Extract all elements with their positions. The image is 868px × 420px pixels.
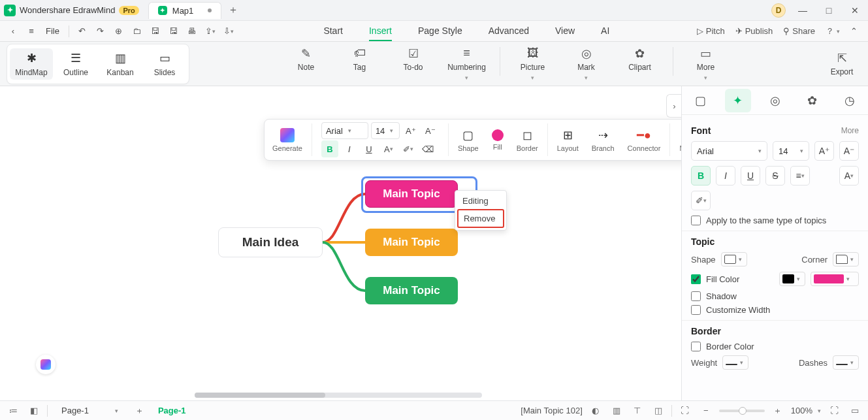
panel-strike[interactable]: S bbox=[765, 166, 785, 186]
fill-mode-select[interactable]: ▾ bbox=[779, 272, 805, 286]
layout-button[interactable]: ⊞Layout bbox=[552, 122, 584, 157]
insert-tag[interactable]: 🏷Tag bbox=[339, 47, 381, 72]
redo-button[interactable]: ↷ bbox=[93, 24, 108, 39]
tab-advanced[interactable]: Advanced bbox=[489, 22, 529, 41]
view-slides[interactable]: ▭Slides bbox=[143, 48, 186, 80]
open-file-button[interactable]: 🗀 bbox=[129, 24, 145, 39]
tab-page-style[interactable]: Page Style bbox=[418, 22, 462, 41]
border-button[interactable]: ◻Border bbox=[511, 122, 543, 157]
print-button[interactable]: 🖶 bbox=[184, 24, 200, 39]
font-size-select[interactable]: 14▾ bbox=[371, 122, 400, 139]
zoom-slider-thumb[interactable] bbox=[739, 407, 747, 415]
window-minimize-button[interactable]: — bbox=[790, 0, 816, 21]
fill-color-check[interactable]: Fill Color bbox=[691, 274, 739, 284]
window-maximize-button[interactable]: □ bbox=[816, 0, 842, 21]
apply-same-type-check[interactable]: Apply to the same type of topics bbox=[691, 216, 859, 225]
insert-picture[interactable]: 🖼Picture▾ bbox=[512, 47, 554, 81]
panel-bold[interactable]: B bbox=[691, 166, 711, 186]
new-tab-button[interactable]: ＋ bbox=[228, 3, 238, 17]
custom-width-check[interactable]: Customize Width bbox=[691, 305, 859, 315]
add-page-button[interactable]: ＋ bbox=[132, 403, 148, 419]
layout-3-icon[interactable]: ◫ bbox=[651, 403, 666, 419]
fill-button[interactable]: Fill bbox=[487, 122, 509, 157]
font-shrink-button[interactable]: A⁻ bbox=[422, 122, 439, 139]
font-color-button[interactable]: A▾ bbox=[380, 140, 397, 157]
pitch-button[interactable]: ▷ Pitch bbox=[697, 26, 725, 36]
document-tab[interactable]: ✦ Map1 bbox=[148, 2, 222, 19]
export-quick-button[interactable]: ⇪▾ bbox=[202, 24, 218, 39]
layout-1-icon[interactable]: ▥ bbox=[609, 403, 624, 419]
import-quick-button[interactable]: ⇩▾ bbox=[221, 24, 236, 39]
fit-view-icon[interactable]: ⛶ bbox=[677, 403, 693, 419]
back-button[interactable]: ‹ bbox=[5, 24, 21, 39]
insert-clipart[interactable]: ✿Clipart bbox=[619, 47, 661, 72]
underline-button[interactable]: U bbox=[361, 140, 378, 157]
shadow-check[interactable]: Shadow bbox=[691, 291, 859, 301]
panel-align[interactable]: ≡▾ bbox=[790, 166, 810, 186]
save-as-button[interactable]: 🖫 bbox=[166, 24, 182, 39]
presentation-icon[interactable]: ▭ bbox=[847, 403, 863, 419]
generate-button[interactable]: Generate bbox=[267, 122, 308, 157]
shape-select[interactable]: ▾ bbox=[721, 252, 747, 267]
ctx-editing[interactable]: Editing bbox=[457, 193, 504, 209]
ai-fab[interactable] bbox=[36, 355, 56, 374]
outline-toggle-icon[interactable]: ≔ bbox=[5, 403, 21, 419]
font-family-select[interactable]: Arial▾ bbox=[321, 122, 368, 139]
canvas[interactable]: › ⚲ Generate Arial▾ 14▾ A⁺ A⁻ B I U bbox=[0, 86, 681, 400]
new-file-button[interactable]: ⊕ bbox=[111, 24, 127, 39]
font-grow-button[interactable]: A⁺ bbox=[402, 122, 419, 139]
fullscreen-icon[interactable]: ⛶ bbox=[826, 403, 842, 419]
sidebar-toggle-icon[interactable]: ◧ bbox=[26, 403, 42, 419]
ctx-remove[interactable]: Remove bbox=[457, 209, 504, 228]
apply-checkbox[interactable] bbox=[691, 216, 701, 225]
main-topic-3[interactable]: Main Topic bbox=[365, 277, 458, 304]
connector-button[interactable]: ━●Connector bbox=[622, 122, 666, 157]
panel-tab-mark[interactable]: ◎ bbox=[762, 89, 788, 112]
border-color-checkbox[interactable] bbox=[691, 342, 701, 351]
shape-button[interactable]: ▢Shape bbox=[453, 122, 484, 157]
main-topic-2[interactable]: Main Topic bbox=[365, 229, 458, 256]
dashes-select[interactable]: ▾ bbox=[833, 355, 859, 370]
collapse-ribbon-button[interactable]: ⌃ bbox=[850, 26, 858, 36]
zoom-slider[interactable] bbox=[719, 410, 765, 412]
panel-tab-history[interactable]: ◷ bbox=[837, 89, 863, 112]
tab-ai[interactable]: AI bbox=[601, 22, 609, 41]
insert-numbering[interactable]: ≡Numbering▾ bbox=[446, 47, 488, 81]
file-menu[interactable]: File bbox=[42, 26, 63, 36]
panel-underline[interactable]: U bbox=[741, 166, 760, 186]
zoom-out-button[interactable]: − bbox=[698, 403, 714, 419]
panel-font-family[interactable]: Arial▾ bbox=[691, 141, 767, 161]
toolbar-more-button[interactable]: ⋯More bbox=[674, 122, 681, 157]
publish-button[interactable]: ✈ Publish bbox=[735, 26, 773, 36]
panel-tab-topic[interactable]: ▢ bbox=[688, 89, 714, 112]
panel-font-size[interactable]: 14▾ bbox=[773, 141, 809, 161]
shadow-checkbox[interactable] bbox=[691, 291, 701, 301]
panel-highlight[interactable]: ✐▾ bbox=[691, 191, 711, 210]
clear-format-button[interactable]: ⌫ bbox=[419, 140, 436, 157]
bold-button[interactable]: B bbox=[321, 140, 338, 157]
border-color-check[interactable]: Border Color bbox=[691, 342, 859, 351]
panel-font-color[interactable]: A▾ bbox=[839, 166, 859, 186]
fill-color-select[interactable]: ▾ bbox=[811, 272, 859, 286]
zoom-in-button[interactable]: ＋ bbox=[770, 403, 786, 419]
highlight-button[interactable]: ✐▾ bbox=[400, 140, 417, 157]
panel-italic[interactable]: I bbox=[716, 166, 735, 186]
insert-more[interactable]: ▭More▾ bbox=[685, 47, 727, 81]
view-kanban[interactable]: ▥Kanban bbox=[99, 48, 142, 80]
horizontal-scrollbar[interactable] bbox=[195, 393, 482, 398]
corner-select[interactable]: ▾ bbox=[833, 252, 859, 267]
custom-width-checkbox[interactable] bbox=[691, 305, 701, 315]
central-topic[interactable]: Main Idea bbox=[218, 227, 323, 257]
page-tab-1[interactable]: Page-1 bbox=[153, 406, 191, 415]
insert-note[interactable]: ✎Note bbox=[285, 47, 327, 72]
export-button[interactable]: ⇱Export bbox=[822, 52, 861, 76]
save-button[interactable]: 🖫 bbox=[148, 24, 163, 39]
tab-start[interactable]: Start bbox=[323, 22, 343, 41]
branch-button[interactable]: ⇢Branch bbox=[587, 122, 620, 157]
main-topic-1[interactable]: Main Topic bbox=[365, 180, 458, 208]
panel-font-grow[interactable]: A⁺ bbox=[814, 141, 834, 161]
insert-todo[interactable]: ☑To-do bbox=[393, 47, 434, 72]
panel-font-shrink[interactable]: A⁻ bbox=[839, 141, 859, 161]
panel-tab-style[interactable]: ✦ bbox=[725, 89, 751, 112]
view-outline[interactable]: ☰Outline bbox=[54, 48, 97, 80]
